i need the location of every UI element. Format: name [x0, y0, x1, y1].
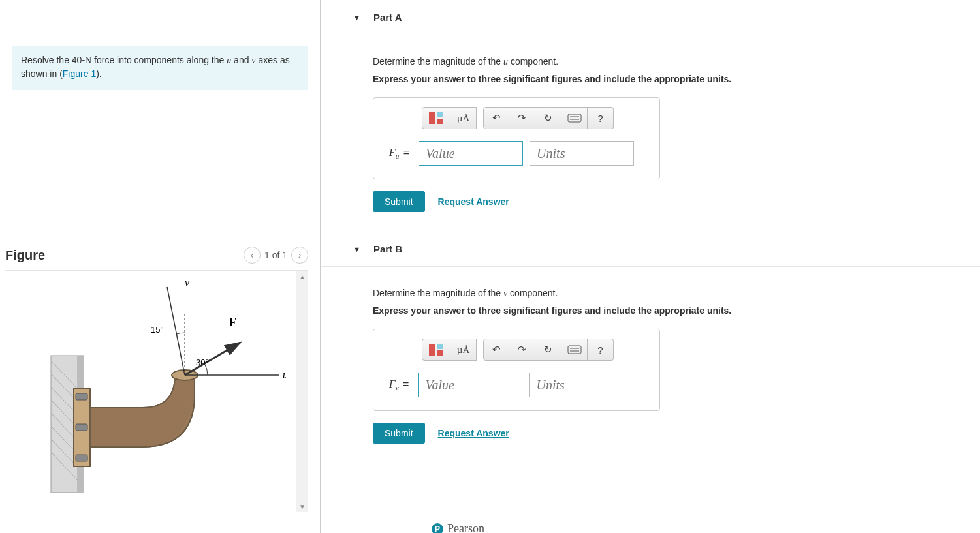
- part-a-request-answer-link[interactable]: Request Answer: [438, 196, 509, 207]
- force-symbol: N: [85, 55, 91, 65]
- figure-prev-button[interactable]: ‹: [244, 247, 261, 264]
- redo-icon[interactable]: ↷: [509, 107, 535, 129]
- brand-footer: P Pearson: [432, 522, 484, 533]
- svg-rect-13: [76, 455, 87, 461]
- units-symbol-button[interactable]: µÅ: [450, 339, 477, 361]
- figure-header: Figure ‹ 1 of 1 ›: [5, 247, 308, 271]
- part-b-submit-button[interactable]: Submit: [373, 423, 425, 444]
- figure-viewport: ▲ ▼: [12, 271, 308, 512]
- part-b-instr-suffix: component.: [507, 288, 558, 298]
- figure-pagination: ‹ 1 of 1 ›: [244, 247, 308, 264]
- part-a-instr-prefix: Determine the magnitude of the: [373, 56, 503, 67]
- part-b-submit-row: Submit Request Answer: [373, 423, 980, 444]
- figure-title: Figure: [5, 248, 45, 263]
- undo-icon[interactable]: ↶: [483, 339, 509, 361]
- help-label: ?: [597, 113, 603, 124]
- svg-rect-12: [76, 424, 87, 431]
- part-a-var: u: [503, 57, 508, 67]
- help-icon[interactable]: ?: [588, 107, 614, 129]
- part-a-submit-row: Submit Request Answer: [373, 191, 980, 212]
- force-label: F: [229, 316, 236, 329]
- problem-text: Resolve the 40-: [21, 55, 85, 65]
- part-a-answer-box: µÅ ↶ ↷ ↻ ? Fu =: [373, 97, 660, 179]
- part-b-instr-prefix: Determine the magnitude of the: [373, 288, 503, 298]
- part-b-body: Determine the magnitude of the v compone…: [321, 267, 980, 450]
- part-a-instr-suffix: component.: [508, 56, 558, 67]
- part-a-value-input[interactable]: [419, 141, 523, 166]
- svg-rect-20: [437, 112, 443, 117]
- part-a-title: Part A: [373, 12, 402, 23]
- figure-link[interactable]: Figure 1: [63, 69, 96, 79]
- undo-icon[interactable]: ↶: [483, 107, 509, 129]
- part-b-request-answer-link[interactable]: Request Answer: [438, 428, 509, 438]
- right-pane: ▼ Part A Determine the magnitude of the …: [320, 0, 980, 533]
- brand-name: Pearson: [447, 522, 484, 533]
- figure-diagram: u v F 30°: [38, 277, 286, 506]
- units-symbol-button[interactable]: µÅ: [450, 107, 477, 129]
- part-a-var-label: Fu =: [389, 147, 412, 160]
- keyboard-icon[interactable]: [561, 107, 588, 129]
- reset-icon[interactable]: ↻: [535, 107, 561, 129]
- part-b-input-row: Fv =: [389, 373, 644, 397]
- svg-line-17: [185, 343, 240, 375]
- angle-30-label: 30°: [196, 358, 209, 367]
- help-icon[interactable]: ?: [588, 339, 614, 361]
- svg-rect-25: [429, 344, 435, 356]
- part-b-toolbar: µÅ ↶ ↷ ↻ ?: [422, 339, 644, 361]
- caret-down-icon: ▼: [353, 245, 360, 253]
- template-icon[interactable]: [422, 339, 450, 361]
- part-b-var-sub: v: [396, 384, 399, 391]
- part-a: ▼ Part A Determine the magnitude of the …: [321, 0, 980, 232]
- problem-text-end: ).: [96, 69, 102, 79]
- part-a-bold: Express your answer to three significant…: [373, 74, 980, 84]
- keyboard-icon[interactable]: [561, 339, 588, 361]
- svg-rect-27: [437, 350, 443, 356]
- problem-text-mid: force into components along the: [91, 55, 227, 65]
- part-a-header[interactable]: ▼ Part A: [321, 0, 980, 35]
- axis-u-label: u: [283, 369, 286, 380]
- part-b-header[interactable]: ▼ Part B: [321, 232, 980, 267]
- scroll-up-icon[interactable]: ▲: [296, 271, 308, 282]
- figure-next-button[interactable]: ›: [291, 247, 308, 264]
- units-symbol-label: µÅ: [457, 344, 469, 356]
- part-b-bold: Express your answer to three significant…: [373, 305, 980, 316]
- svg-rect-28: [568, 346, 581, 354]
- svg-line-16: [167, 287, 185, 375]
- part-a-var-letter: F: [389, 147, 396, 158]
- template-icon[interactable]: [422, 107, 450, 129]
- part-b-instruction: Determine the magnitude of the v compone…: [373, 288, 980, 299]
- svg-rect-26: [437, 344, 443, 349]
- part-a-var-sub: u: [396, 152, 400, 160]
- units-symbol-label: µÅ: [457, 113, 469, 124]
- part-a-submit-button[interactable]: Submit: [373, 191, 425, 212]
- part-b-value-input[interactable]: [418, 373, 522, 397]
- part-b-answer-box: µÅ ↶ ↷ ↻ ? Fv =: [373, 329, 660, 411]
- part-a-toolbar: µÅ ↶ ↷ ↻ ?: [422, 107, 644, 129]
- part-b-var-letter: F: [389, 378, 396, 389]
- part-a-instruction: Determine the magnitude of the u compone…: [373, 56, 980, 67]
- scroll-down-icon[interactable]: ▼: [296, 500, 308, 512]
- part-a-body: Determine the magnitude of the u compone…: [321, 35, 980, 232]
- axis-v-label: v: [185, 277, 190, 288]
- svg-rect-21: [437, 119, 443, 124]
- caret-down-icon: ▼: [353, 14, 360, 22]
- figure-scrollbar[interactable]: ▲ ▼: [296, 271, 308, 512]
- part-b-title: Part B: [373, 243, 402, 254]
- part-b-units-input[interactable]: [529, 373, 633, 397]
- part-b-var-label: Fv =: [389, 378, 411, 391]
- problem-statement: Resolve the 40-N force into components a…: [12, 46, 308, 90]
- part-b: ▼ Part B Determine the magnitude of the …: [321, 232, 980, 450]
- svg-rect-22: [568, 114, 581, 122]
- angle-15-label: 15°: [151, 325, 164, 335]
- figure-pager-text: 1 of 1: [264, 250, 287, 260]
- help-label: ?: [597, 344, 603, 356]
- svg-rect-11: [76, 393, 87, 400]
- redo-icon[interactable]: ↷: [509, 339, 535, 361]
- part-a-input-row: Fu =: [389, 141, 644, 166]
- svg-rect-19: [429, 112, 435, 124]
- brand-logo-icon: P: [432, 523, 443, 534]
- problem-text-and: and: [231, 55, 251, 65]
- part-a-units-input[interactable]: [530, 141, 634, 166]
- reset-icon[interactable]: ↻: [535, 339, 561, 361]
- left-pane: Resolve the 40-N force into components a…: [0, 0, 320, 533]
